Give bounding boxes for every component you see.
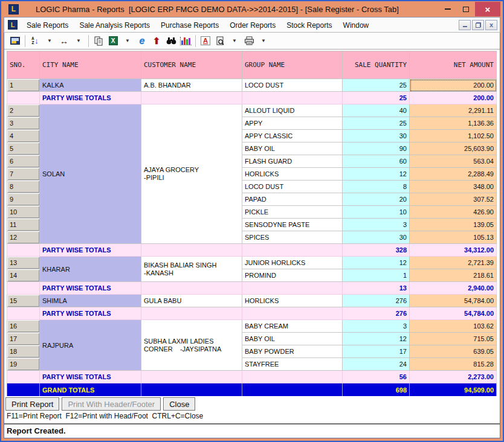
sno-cell[interactable]: 18 <box>7 345 40 358</box>
group-cell[interactable]: BABY OIL <box>242 333 343 345</box>
amount-cell[interactable]: 348.00 <box>410 181 497 193</box>
amount-cell[interactable]: 307.52 <box>410 193 497 206</box>
sno-cell[interactable]: 9 <box>7 193 40 206</box>
group-cell[interactable]: SPICES <box>242 231 343 244</box>
group-cell[interactable]: HORLICKS <box>242 295 343 307</box>
group-cell[interactable]: LOCO DUST <box>242 79 343 92</box>
menu-item-stock-reports[interactable]: Stock Reports <box>281 19 337 32</box>
qty-cell[interactable]: 8 <box>343 181 410 193</box>
sno-cell[interactable]: 8 <box>7 181 40 193</box>
sort-dropdown[interactable]: ▼ <box>43 34 56 48</box>
city-cell[interactable]: RAJPURA <box>40 320 141 371</box>
printer-dropdown[interactable]: ▼ <box>257 34 270 48</box>
qty-cell[interactable]: 90 <box>343 143 410 155</box>
sno-cell[interactable]: 14 <box>7 269 40 282</box>
sno-cell[interactable]: 17 <box>7 333 40 345</box>
amount-cell[interactable]: 1,136.36 <box>410 117 497 130</box>
amount-cell[interactable]: 639.05 <box>410 345 497 358</box>
city-cell[interactable]: SOLAN <box>40 104 141 244</box>
qty-cell[interactable]: 40 <box>343 104 410 117</box>
city-cell[interactable]: KHARAR <box>40 257 141 282</box>
customer-cell[interactable]: SUBHA LAXMI LADIESCORNER -JAYSIPATNA <box>141 320 242 371</box>
column-header-group[interactable]: GROUP NAME <box>242 51 343 79</box>
qty-cell[interactable]: 3 <box>343 219 410 231</box>
qty-cell[interactable]: 30 <box>343 130 410 143</box>
qty-cell[interactable]: 30 <box>343 231 410 244</box>
close-button[interactable]: × <box>475 2 500 16</box>
group-cell[interactable]: JUNIOR HORLICKS <box>242 257 343 269</box>
minimize-button[interactable] <box>439 2 457 16</box>
menu-item-sale-reports[interactable]: Sale Reports <box>21 19 74 32</box>
group-cell[interactable]: PAPAD <box>242 193 343 206</box>
print-with-header-footer-button[interactable]: Print With Header/Footer <box>62 397 161 411</box>
amount-cell[interactable]: 426.90 <box>410 206 497 219</box>
qty-cell[interactable]: 24 <box>343 358 410 371</box>
font-icon[interactable]: A <box>199 34 212 48</box>
sno-cell[interactable]: 11 <box>7 219 40 231</box>
customer-cell[interactable]: BIKASH BALIAR SINGH-KANASH <box>141 257 242 282</box>
qty-cell[interactable]: 3 <box>343 320 410 333</box>
group-cell[interactable]: STAYFREE <box>242 358 343 371</box>
column-header-qty[interactable]: SALE QUANTITY <box>343 51 410 79</box>
amount-cell[interactable]: 103.62 <box>410 320 497 333</box>
menu-item-window[interactable]: Window <box>338 19 375 32</box>
sno-cell[interactable]: 10 <box>7 206 40 219</box>
amount-cell[interactable]: 815.28 <box>410 358 497 371</box>
customer-cell[interactable]: AJAYA GROCERY-PIPILI <box>141 104 242 244</box>
qty-cell[interactable]: 25 <box>343 79 410 92</box>
close-report-button[interactable]: Close <box>163 397 195 411</box>
sno-cell[interactable]: 4 <box>7 130 40 143</box>
group-cell[interactable]: FLASH GUARD <box>242 155 343 168</box>
group-cell[interactable]: BABY CREAM <box>242 320 343 333</box>
maximize-button[interactable] <box>457 2 475 16</box>
sno-cell[interactable]: 7 <box>7 168 40 181</box>
menu-item-purchase-reports[interactable]: Purchase Reports <box>155 19 224 32</box>
qty-cell[interactable]: 10 <box>343 206 410 219</box>
excel-export-icon[interactable]: X <box>106 34 120 48</box>
group-cell[interactable]: ALLOUT LIQUID <box>242 104 343 117</box>
qty-cell[interactable]: 20 <box>343 193 410 206</box>
sno-cell[interactable]: 13 <box>7 257 40 269</box>
group-cell[interactable]: SENSODYNE PASTE <box>242 219 343 231</box>
amount-cell[interactable]: 218.61 <box>410 269 497 282</box>
qty-cell[interactable]: 276 <box>343 295 410 307</box>
amount-cell[interactable]: 563.04 <box>410 155 497 168</box>
column-header-city[interactable]: CITY NAME <box>40 51 141 79</box>
city-cell[interactable]: SHIMLA <box>40 295 141 307</box>
chart-icon[interactable] <box>179 34 192 48</box>
group-cell[interactable]: BABY OIL <box>242 143 343 155</box>
sno-cell[interactable]: 12 <box>7 231 40 244</box>
printer-icon[interactable] <box>242 34 256 48</box>
amount-cell[interactable]: 2,721.39 <box>410 257 497 269</box>
width-dropdown[interactable]: ▼ <box>72 34 85 48</box>
qty-cell[interactable]: 12 <box>343 168 410 181</box>
column-header-customer[interactable]: CUSTOMER NAME <box>141 51 242 79</box>
column-header-amount[interactable]: NET AMOUNT <box>410 51 497 79</box>
amount-cell[interactable]: 1,102.50 <box>410 130 497 143</box>
menu-item-order-reports[interactable]: Order Reports <box>224 19 281 32</box>
sort-az-icon[interactable]: AZ↓ <box>28 34 42 48</box>
group-cell[interactable]: BABY POWDER <box>242 345 343 358</box>
column-width-icon[interactable]: ↔ <box>57 34 71 48</box>
find-icon[interactable] <box>164 34 178 48</box>
mdi-minimize-button[interactable] <box>459 20 471 30</box>
print-report-button[interactable]: Print Report <box>5 397 59 411</box>
amount-cell[interactable]: 715.05 <box>410 333 497 345</box>
group-cell[interactable]: HORLICKS <box>242 168 343 181</box>
sno-cell[interactable]: 2 <box>7 104 40 117</box>
menu-item-sale-analysis-reports[interactable]: Sale Analysis Reports <box>74 19 155 32</box>
browser-export-icon[interactable]: e <box>135 34 149 48</box>
sno-cell[interactable]: 3 <box>7 117 40 130</box>
print-preview-icon[interactable] <box>213 34 227 48</box>
sno-cell[interactable]: 15 <box>7 295 40 307</box>
sno-cell[interactable]: 5 <box>7 143 40 155</box>
group-cell[interactable]: LOCO DUST <box>242 181 343 193</box>
sno-cell[interactable]: 16 <box>7 320 40 333</box>
amount-cell[interactable]: 200.00 <box>410 79 497 92</box>
sno-cell[interactable]: 19 <box>7 358 40 371</box>
preview-dropdown[interactable]: ▼ <box>228 34 241 48</box>
sno-cell[interactable]: 6 <box>7 155 40 168</box>
qty-cell[interactable]: 60 <box>343 155 410 168</box>
customer-cell[interactable]: GULA BABU <box>141 295 242 307</box>
qty-cell[interactable]: 12 <box>343 333 410 345</box>
